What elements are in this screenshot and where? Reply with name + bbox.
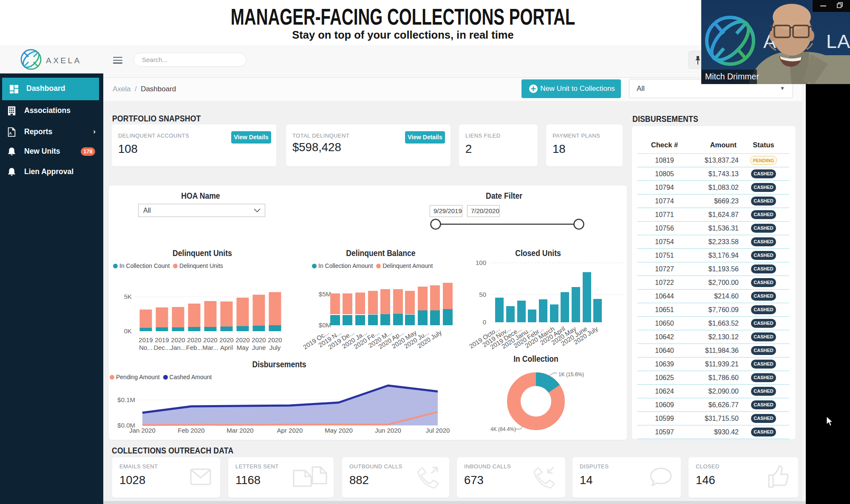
svg-text:July: July xyxy=(269,344,281,351)
svg-text:Jun 2020: Jun 2020 xyxy=(375,427,401,434)
svg-text:May 2020: May 2020 xyxy=(325,427,353,434)
svg-text:$0.1M: $0.1M xyxy=(117,396,135,403)
svg-text:2020: 2020 xyxy=(187,336,201,344)
svg-text:2020: 2020 xyxy=(268,336,282,344)
svg-text:2020: 2020 xyxy=(235,336,249,344)
svg-text:2019: 2019 xyxy=(155,336,169,344)
svg-text:Jan 2020: Jan 2020 xyxy=(129,427,156,434)
svg-text:L: L xyxy=(826,31,837,52)
svg-text:Mar 2020: Mar 2020 xyxy=(227,427,253,434)
svg-text:Dec...: Dec... xyxy=(153,344,170,351)
svg-text:A: A xyxy=(837,31,850,52)
svg-text:4K (84.4%): 4K (84.4%) xyxy=(490,426,516,432)
svg-text:A: A xyxy=(9,132,12,135)
svg-text:Jan...: Jan... xyxy=(170,344,186,351)
svg-text:Mar...: Mar... xyxy=(202,344,218,351)
svg-text:100: 100 xyxy=(476,259,486,266)
svg-text:2020: 2020 xyxy=(171,336,185,344)
svg-text:Apr 2020: Apr 2020 xyxy=(277,427,303,434)
svg-text:No...: No... xyxy=(139,344,153,351)
svg-text:May: May xyxy=(237,344,249,351)
svg-text:$5M: $5M xyxy=(319,290,331,298)
svg-text:50: 50 xyxy=(479,291,486,298)
svg-text:Feb 2020: Feb 2020 xyxy=(178,427,204,434)
svg-text:Feb...: Feb... xyxy=(186,344,202,351)
svg-text:April: April xyxy=(220,344,233,351)
svg-text:$0M: $0M xyxy=(319,321,331,329)
svg-text:June: June xyxy=(252,344,266,351)
svg-text:0K: 0K xyxy=(124,327,132,335)
svg-text:Mitch Drimmer: Mitch Drimmer xyxy=(705,72,759,81)
svg-text:1K (15.6%): 1K (15.6%) xyxy=(558,372,584,377)
svg-text:5K: 5K xyxy=(124,293,132,300)
svg-text:0: 0 xyxy=(483,318,486,326)
svg-text:Jul 2020: Jul 2020 xyxy=(426,427,450,434)
svg-text:2020: 2020 xyxy=(219,336,233,344)
svg-text:2020: 2020 xyxy=(252,336,266,344)
svg-text:2020: 2020 xyxy=(203,336,217,344)
svg-text:2019: 2019 xyxy=(139,336,153,344)
